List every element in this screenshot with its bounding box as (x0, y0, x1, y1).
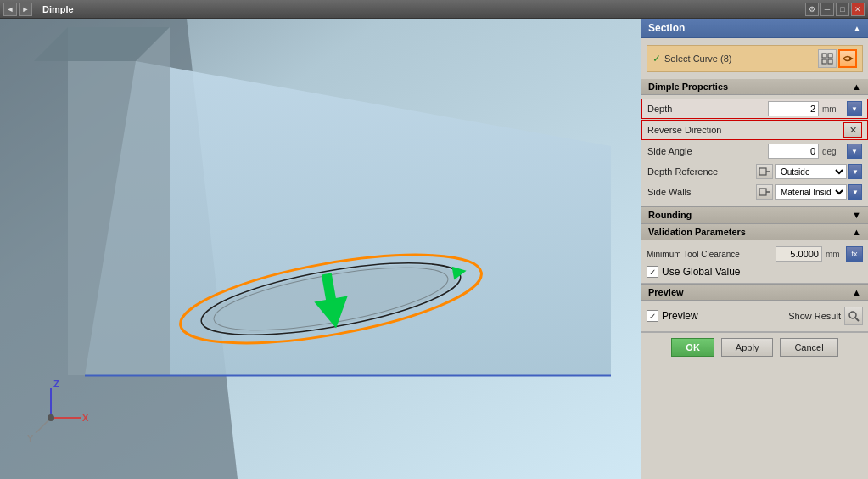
side-walls-select[interactable]: Material Inside Material Outside (775, 184, 847, 200)
svg-rect-20 (822, 54, 826, 58)
side-walls-icon-btn[interactable] (756, 184, 773, 200)
svg-text:Z: Z (53, 379, 59, 389)
min-clearance-input[interactable] (776, 246, 822, 262)
svg-text:X: X (82, 413, 89, 423)
svg-line-30 (855, 318, 859, 321)
depth-input[interactable] (768, 101, 819, 116)
use-global-row: ✓ Use Global Value (641, 264, 868, 279)
min-clearance-label: Minimum Tool Clearance (647, 250, 772, 259)
reverse-direction-row: Reverse Direction ✕ (641, 120, 868, 140)
depth-row: Depth mm ▼ (641, 99, 868, 119)
close-btn[interactable]: ✕ (851, 3, 865, 16)
rounding-title: Rounding (648, 210, 692, 220)
svg-point-29 (849, 312, 856, 318)
select-curve-buttons (818, 49, 857, 68)
side-angle-dropdown-btn[interactable]: ▼ (847, 144, 862, 159)
cancel-button[interactable]: Cancel (780, 338, 837, 357)
title-bar-title: Dimple (36, 4, 81, 14)
main-content: Z X Y Section ▲ ✓ Select Curve (8) (0, 19, 868, 479)
select-curve-section: ✓ Select Curve (8) (641, 38, 868, 79)
bottom-buttons: OK Apply Cancel (641, 332, 868, 362)
validation-params-section: Validation Parameters ▲ Minimum Tool Cle… (641, 223, 868, 284)
preview-section: Preview ▲ ✓ Preview Show Result (641, 284, 868, 332)
right-panel: Section ▲ ✓ Select Curve (8) (641, 19, 868, 479)
dimple-properties-header[interactable]: Dimple Properties ▲ (641, 79, 868, 95)
rounding-expand-icon: ▼ (852, 210, 861, 220)
preview-left: ✓ Preview (647, 310, 698, 322)
side-angle-label: Side Angle (647, 146, 764, 156)
section-title: Section (648, 22, 685, 34)
side-walls-label: Side Walls (647, 187, 753, 197)
side-walls-select-container: Material Inside Material Outside ▼ (756, 184, 862, 200)
title-bar-left: ◄ ► Dimple (3, 3, 81, 16)
select-curve-grid-btn[interactable] (818, 49, 837, 68)
use-global-label: Use Global Value (662, 266, 741, 278)
select-curve-shape-btn[interactable] (838, 49, 857, 68)
depth-reference-select[interactable]: Outside Inside (775, 164, 847, 179)
depth-dropdown-btn[interactable]: ▼ (847, 101, 862, 116)
ok-button[interactable]: OK (671, 338, 714, 357)
preview-collapse-icon: ▲ (852, 287, 861, 297)
show-result-right: Show Result (788, 307, 863, 325)
depth-reference-dropdown-btn[interactable]: ▼ (848, 164, 862, 179)
svg-marker-3 (68, 27, 170, 375)
settings-icon-btn[interactable]: ⚙ (805, 3, 819, 16)
svg-point-19 (48, 414, 54, 421)
side-angle-row: Side Angle deg ▼ (641, 141, 868, 161)
nav-next-btn[interactable]: ► (19, 3, 32, 16)
dimple-properties-title: Dimple Properties (648, 82, 728, 92)
section-header: Section ▲ (641, 19, 868, 38)
preview-label: Preview (662, 310, 698, 322)
check-icon: ✓ (652, 53, 661, 65)
use-global-checkbox[interactable]: ✓ (647, 266, 658, 278)
side-angle-unit: deg (822, 147, 843, 156)
select-curve-left: ✓ Select Curve (8) (652, 53, 731, 65)
side-walls-dropdown-btn[interactable]: ▼ (848, 184, 862, 200)
show-result-label: Show Result (788, 311, 841, 321)
depth-reference-select-container: Outside Inside ▼ (756, 164, 862, 179)
validation-params-collapse: ▲ (852, 227, 861, 237)
nav-prev-btn[interactable]: ◄ (3, 3, 17, 16)
preview-content: ✓ Preview Show Result (641, 301, 868, 331)
dimple-properties-collapse: ▲ (852, 82, 861, 92)
dimple-properties-content: Depth mm ▼ Reverse Direction ✕ Side Angl… (641, 95, 868, 206)
reverse-direction-btn[interactable]: ✕ (843, 122, 862, 138)
preview-header[interactable]: Preview ▲ (641, 284, 868, 301)
svg-rect-23 (828, 59, 832, 64)
svg-text:Y: Y (27, 433, 34, 443)
preview-row: ✓ Preview Show Result (641, 304, 868, 328)
depth-reference-icon-btn[interactable] (756, 164, 773, 179)
rounding-header[interactable]: Rounding ▼ (641, 206, 868, 223)
depth-reference-label: Depth Reference (647, 166, 753, 177)
svg-rect-27 (759, 189, 766, 195)
select-curve-row: ✓ Select Curve (8) (647, 45, 863, 72)
depth-label: Depth (647, 104, 764, 114)
maximize-btn[interactable]: □ (836, 3, 849, 16)
svg-rect-25 (759, 168, 766, 175)
min-clearance-unit: mm (826, 250, 843, 259)
depth-reference-row: Depth Reference Outside Inside ▼ (641, 161, 868, 182)
section-collapse-btn[interactable]: ▲ (853, 24, 861, 33)
apply-button[interactable]: Apply (721, 338, 774, 357)
formula-btn[interactable]: fx (846, 246, 863, 262)
minimize-btn[interactable]: ─ (820, 3, 834, 16)
magnify-btn[interactable] (844, 307, 863, 325)
svg-rect-22 (822, 59, 826, 64)
viewport[interactable]: Z X Y (0, 19, 641, 479)
validation-params-header[interactable]: Validation Parameters ▲ (641, 223, 868, 240)
validation-params-content: Minimum Tool Clearance mm fx ✓ Use Globa… (641, 240, 868, 283)
title-bar: ◄ ► Dimple ⚙ ─ □ ✕ (0, 0, 868, 19)
svg-rect-21 (828, 54, 832, 58)
validation-params-title: Validation Parameters (648, 227, 746, 237)
depth-unit: mm (822, 104, 843, 114)
min-clearance-row: Minimum Tool Clearance mm fx (641, 244, 868, 264)
preview-title: Preview (648, 287, 684, 297)
title-bar-right: ⚙ ─ □ ✕ (805, 3, 865, 16)
side-walls-row: Side Walls Material Inside Material Outs… (641, 182, 868, 202)
select-curve-label: Select Curve (8) (664, 54, 731, 64)
dimple-properties-section: Dimple Properties ▲ Depth mm ▼ Reverse D… (641, 79, 868, 206)
preview-checkbox[interactable]: ✓ (647, 310, 658, 322)
title-bar-nav: ◄ ► (3, 3, 32, 16)
reverse-direction-label: Reverse Direction (647, 125, 843, 135)
side-angle-input[interactable] (768, 144, 819, 159)
